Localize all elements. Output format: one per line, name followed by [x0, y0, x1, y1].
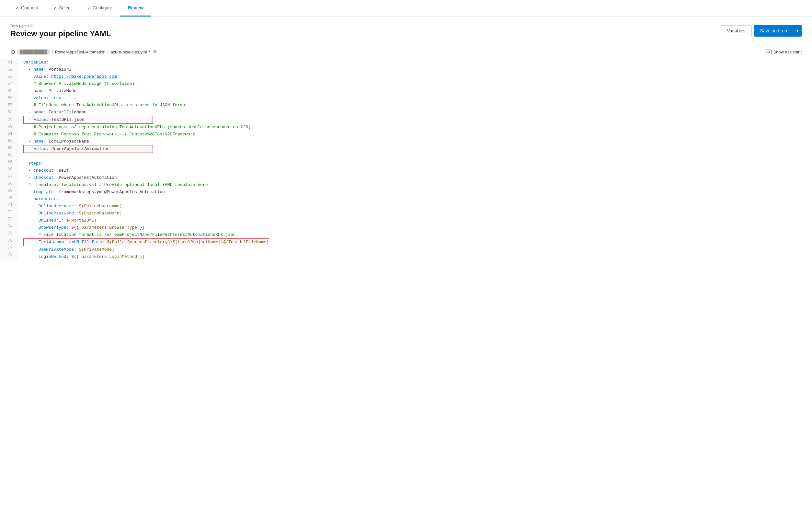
nav-step-configure[interactable]: ✓Configure [79, 0, 120, 16]
line-numbers: 5152535455565758596061626364656667686970… [0, 59, 18, 261]
page-title: Review your pipeline YAML [10, 29, 111, 38]
line-number: 57 [5, 102, 13, 109]
plain-token [23, 197, 33, 201]
code-content[interactable]: variables: - name: PortalUrl value: http… [18, 59, 812, 261]
key-token: OnlineUsername: [38, 204, 76, 209]
plain-token [49, 96, 51, 101]
code-line: value: https://make.powerapps.com [23, 73, 807, 80]
plain-token: PortalUrl [46, 67, 71, 72]
variables-button[interactable]: Variables [721, 25, 752, 36]
plain-token [23, 96, 33, 101]
key-token: UsePrivateMode: [38, 247, 76, 252]
highlighted-line: value: PowerAppsTestAutomation [23, 145, 153, 153]
dash-token: - [23, 110, 33, 115]
code-line: # Example: Contoso Test Framework --> Co… [23, 131, 807, 138]
checkmark-icon: ✓ [53, 5, 57, 10]
code-line: - template: frameworksteps.yml@PowerApps… [23, 188, 807, 196]
nav-step-label: Connect [21, 5, 38, 10]
line-number: 73 [5, 216, 13, 223]
show-assistant-button[interactable]: ⊡ Show assistant [766, 49, 802, 54]
code-line: value: TestURLs.json [24, 116, 153, 124]
code-line: UsePrivateMode: $(PrivateMode) [23, 246, 807, 253]
dash-token: - [28, 175, 34, 180]
assistant-icon: ⊡ [766, 49, 772, 54]
repo-name: ██████████ [17, 49, 50, 55]
key-token: checkout: [33, 168, 56, 173]
code-line: OnlinePassword: $(OnlinePassword) [23, 210, 807, 217]
comment-token: # Example: Contoso Test Framework --> Co… [23, 132, 195, 137]
save-and-run-button[interactable]: Save and run [754, 25, 793, 37]
save-and-run-button-group: Save and run ▾ [754, 25, 802, 37]
key-token: BrowserType: [38, 225, 69, 230]
key-token: template: [33, 189, 56, 194]
line-number: 68 [5, 180, 13, 187]
plain-token [76, 204, 79, 209]
key-token: name: [33, 89, 46, 93]
line-number: 55 [5, 88, 13, 95]
nav-step-label: Configure [92, 5, 113, 10]
code-line: # Browser PrivateMode usage (true/false) [23, 80, 807, 88]
modified-indicator: * [149, 49, 150, 54]
key-token: name: [33, 139, 46, 144]
comment-token: # FileName where TestAutomationURLs are … [23, 103, 188, 108]
code-line: steps: [23, 160, 807, 167]
key-token: variables: [23, 60, 49, 65]
key-token: OnlinePassword: [38, 211, 76, 216]
comment-token: # File location format is /s/TeamProject… [23, 232, 235, 237]
key-token: value: [33, 74, 49, 79]
highlighted-line: TestAutomationURLFilePath: $(Build.Sourc… [23, 238, 269, 246]
line-number: 59 [5, 116, 13, 123]
plain-token [23, 74, 33, 79]
line-number: 52 [5, 66, 13, 73]
code-editor: 5152535455565758596061626364656667686970… [0, 59, 812, 261]
nav-step-connect[interactable]: ✓Connect [8, 0, 46, 16]
key-token: OnlineUrl: [38, 218, 64, 223]
github-icon: ⊙ [10, 48, 15, 55]
line-number: 74 [5, 223, 13, 230]
copy-icon[interactable]: ⧉ [152, 49, 157, 54]
nav-bar: ✓Connect✓Select✓ConfigureReview [0, 0, 812, 17]
plain-token: frameworksteps.yml@PowerAppsTestAutomati… [56, 189, 165, 194]
code-line: #- template: localsteps.yml # Provide op… [23, 181, 807, 188]
nav-step-review[interactable]: Review [120, 0, 151, 16]
bool-token: true [51, 96, 61, 101]
code-line: - checkout: PowerAppsTestAutomation [23, 174, 807, 181]
code-line: # File location format is /s/TeamProject… [23, 231, 807, 238]
code-line: BrowserType: ${{ parameters.BrowserType … [23, 224, 807, 231]
plain-token: self [56, 168, 69, 173]
key-token: value: [34, 117, 49, 122]
url-link[interactable]: https://make.powerapps.com [51, 74, 117, 79]
key-token: steps: [28, 161, 44, 166]
save-and-run-dropdown[interactable]: ▾ [793, 25, 802, 37]
nav-step-select[interactable]: ✓Select [46, 0, 79, 16]
line-number: 62 [5, 137, 13, 145]
line-number: 56 [5, 95, 13, 102]
file-path-left: ⊙ ██████████ / PowerAppsTestAutomation /… [10, 48, 157, 55]
line-number: 58 [5, 109, 13, 116]
plain-token [49, 74, 51, 79]
plain-token [24, 146, 34, 151]
filename: azure-pipelines.yml [111, 49, 147, 54]
plain-token [23, 189, 28, 194]
code-line: parameters: [23, 196, 807, 203]
line-number: 76 [5, 237, 13, 244]
line-number: 72 [5, 209, 13, 216]
nav-step-label: Review [128, 5, 144, 10]
line-number: 64 [5, 152, 13, 159]
key-token: value: [33, 96, 49, 101]
plain-token [23, 175, 28, 180]
code-line: - checkout: self [23, 167, 807, 174]
line-number: 63 [5, 145, 13, 152]
line-number: 71 [5, 201, 13, 209]
plain-token [76, 247, 79, 252]
plain-token [23, 247, 38, 252]
dash-token: - [23, 139, 33, 144]
file-path-bar: ⊙ ██████████ / PowerAppsTestAutomation /… [0, 45, 812, 59]
code-line: OnlineUrl: $(PortalUrl) [23, 217, 807, 224]
plain-token [23, 218, 38, 223]
plain-token [23, 211, 38, 216]
checkmark-icon: ✓ [16, 5, 19, 10]
code-line: - name: PortalUrl [23, 66, 807, 73]
line-number: 65 [5, 159, 13, 166]
comment-token: # Browser PrivateMode usage (true/false) [23, 81, 135, 86]
